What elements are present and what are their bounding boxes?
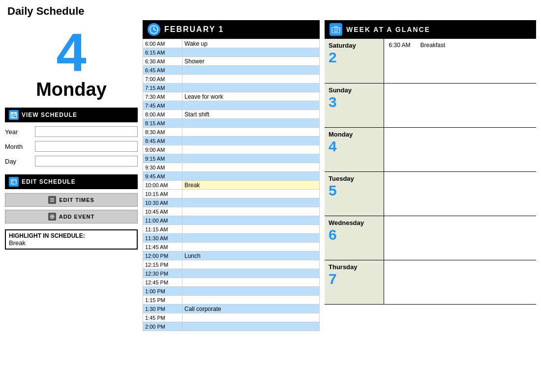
week-day-label: Sunday 3 <box>325 83 384 127</box>
schedule-row: 9:45 AM <box>143 172 320 181</box>
day-input[interactable] <box>35 156 138 167</box>
event-cell <box>182 296 320 305</box>
week-day-label: Monday 4 <box>325 127 384 171</box>
schedule-row: 11:15 AM <box>143 225 320 234</box>
week-events-cell <box>384 83 536 127</box>
week-day-number: 7 <box>329 271 380 287</box>
event-cell <box>182 101 320 110</box>
time-cell: 6:15 AM <box>143 48 182 57</box>
week-day-name: Monday <box>329 131 380 138</box>
week-events-cell <box>384 171 536 216</box>
event-cell <box>182 66 320 75</box>
schedule-row: 1:15 PM <box>143 296 320 305</box>
clock-icon <box>148 23 160 36</box>
week-day-label: Thursday 7 <box>325 260 384 304</box>
event-cell: Call corporate <box>182 305 320 313</box>
schedule-row: 1:45 PM <box>143 313 320 322</box>
schedule-row: 9:00 AM <box>143 145 320 154</box>
time-cell: 11:15 AM <box>143 225 182 234</box>
time-cell: 7:00 AM <box>143 75 182 84</box>
edit-times-button[interactable]: EDIT TIMES <box>5 193 138 207</box>
svg-rect-4 <box>12 115 13 116</box>
week-title: WEEK AT A GLANCE <box>346 26 430 33</box>
week-event-entry: 6:30 AM Breakfast <box>389 42 532 49</box>
schedule-row: 6:00 AM Wake up <box>143 39 320 48</box>
time-cell: 12:30 PM <box>143 269 182 278</box>
week-day-row: Wednesday 6 <box>325 216 536 260</box>
week-day-row: Monday 4 <box>325 127 536 171</box>
schedule-table: 6:00 AM Wake up 6:15 AM 6:30 AM Shower 6… <box>143 39 320 331</box>
event-cell: Break <box>182 181 320 190</box>
event-cell: Start shift <box>182 110 320 119</box>
schedule-row: 6:15 AM <box>143 48 320 57</box>
page-title: Daily Schedule <box>0 0 541 20</box>
time-cell: 6:30 AM <box>143 57 182 66</box>
schedule-row: 11:30 AM <box>143 234 320 243</box>
schedule-row: 11:45 AM <box>143 243 320 252</box>
add-event-icon <box>48 213 56 221</box>
time-cell: 7:15 AM <box>143 84 182 92</box>
week-day-number: 3 <box>329 94 380 110</box>
week-day-number: 6 <box>329 226 380 243</box>
svg-point-21 <box>153 29 154 30</box>
time-cell: 7:45 AM <box>143 101 182 110</box>
event-cell <box>182 75 320 84</box>
time-cell: 11:45 AM <box>143 243 182 252</box>
week-event-time: 6:30 AM <box>389 42 411 49</box>
calendar-icon <box>9 110 19 120</box>
time-cell: 1:45 PM <box>143 313 182 322</box>
svg-rect-5 <box>13 115 14 116</box>
week-event-name: Breakfast <box>421 42 446 49</box>
schedule-row: 12:00 PM Lunch <box>143 252 320 260</box>
schedule-row: 2:00 PM <box>143 322 320 331</box>
svg-rect-7 <box>12 116 13 117</box>
schedule-row: 8:15 AM <box>143 119 320 128</box>
event-cell: Leave for work <box>182 92 320 101</box>
week-day-number: 4 <box>329 138 380 154</box>
month-input[interactable] <box>35 141 138 152</box>
time-cell: 10:15 AM <box>143 190 182 198</box>
event-cell <box>182 84 320 92</box>
schedule-row: 8:30 AM <box>143 128 320 137</box>
schedule-row: 11:00 AM <box>143 216 320 225</box>
time-cell: 10:45 AM <box>143 207 182 216</box>
date-number: 4 <box>56 25 86 79</box>
time-cell: 9:45 AM <box>143 172 182 181</box>
time-cell: 6:00 AM <box>143 39 182 48</box>
time-cell: 1:15 PM <box>143 296 182 305</box>
highlight-box: HIGHLIGHT IN SCHEDULE: Break <box>5 229 138 250</box>
highlight-section-label: HIGHLIGHT IN SCHEDULE: <box>9 232 134 239</box>
week-table: Saturday 2 6:30 AM Breakfast Sunday 3 Mo… <box>325 39 536 305</box>
month-field-group: Month <box>5 141 138 152</box>
camera-icon <box>330 23 342 36</box>
week-day-name: Saturday <box>329 42 380 49</box>
event-cell: Shower <box>182 57 320 66</box>
view-schedule-bar: VIEW SCHEDULE <box>5 108 138 122</box>
edit-times-label: EDIT TIMES <box>59 197 94 203</box>
svg-point-23 <box>334 29 337 32</box>
time-cell: 10:00 AM <box>143 181 182 190</box>
schedule-row: 7:30 AM Leave for work <box>143 92 320 101</box>
add-event-button[interactable]: ADD EVENT <box>5 210 138 224</box>
time-cell: 10:30 AM <box>143 198 182 207</box>
time-cell: 9:00 AM <box>143 145 182 154</box>
schedule-row: 8:45 AM <box>143 137 320 145</box>
event-cell <box>182 216 320 225</box>
svg-rect-8 <box>13 116 14 117</box>
highlight-value: Break <box>9 239 134 247</box>
add-event-label: ADD EVENT <box>59 214 95 220</box>
schedule-row: 6:30 AM Shower <box>143 57 320 66</box>
schedule-row: 1:30 PM Call corporate <box>143 305 320 313</box>
month-label: Month <box>5 143 32 150</box>
time-cell: 1:30 PM <box>143 305 182 313</box>
time-cell: 1:00 PM <box>143 287 182 296</box>
schedule-row: 8:00 AM Start shift <box>143 110 320 119</box>
schedule-row: 10:45 AM <box>143 207 320 216</box>
week-events-cell <box>384 216 536 260</box>
time-cell: 11:00 AM <box>143 216 182 225</box>
time-cell: 2:00 PM <box>143 322 182 331</box>
year-input[interactable] <box>35 126 138 137</box>
event-cell <box>182 48 320 57</box>
event-cell <box>182 198 320 207</box>
week-day-label: Saturday 2 <box>325 39 384 83</box>
